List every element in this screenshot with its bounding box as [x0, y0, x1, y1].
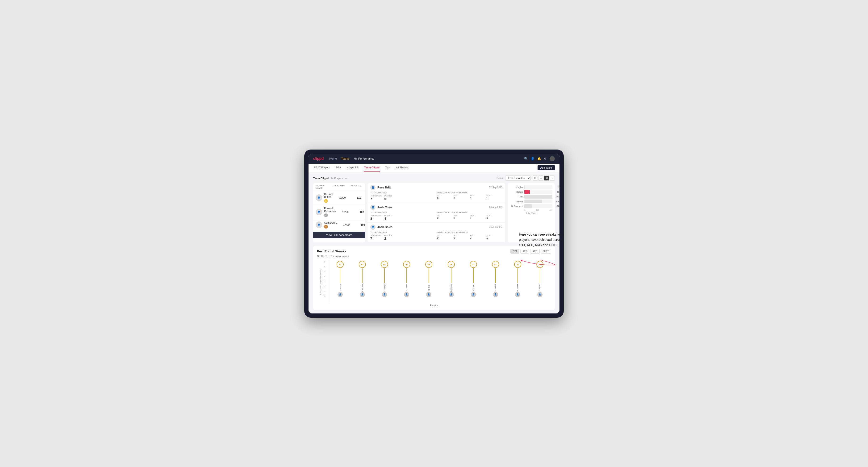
chart-title: Total Shots	[510, 212, 552, 214]
player-detail-header: 👤 Rees Britt 02 Sep 2023	[370, 185, 502, 190]
bar-fill	[524, 195, 552, 198]
person-icon[interactable]: 👤	[531, 157, 534, 160]
view-icons: ⊞ ☰ ▦ ↕	[533, 176, 555, 181]
avatar: 👤	[370, 185, 375, 190]
bar-chart: Eagles3Birdies96Pars499Bogeys311D. Bogey…	[510, 185, 552, 208]
player-name-rotated: M. Miller	[494, 283, 497, 292]
streaks-title: Best Round Streaks	[317, 250, 346, 253]
tab-hcaps[interactable]: Hcaps 1-5	[346, 164, 359, 172]
nav-bar: clippd Home Teams My Performance 🔍 👤 🔔 ⚙	[309, 154, 559, 164]
search-icon[interactable]: 🔍	[524, 157, 528, 160]
avatar: 👤	[316, 194, 322, 201]
bar-value: 96	[557, 191, 559, 193]
streaks-chart-area: Best Streak, Fairway Accuracy 7 6 5 4 3 …	[317, 261, 551, 303]
nav-logo: clippd	[313, 157, 323, 161]
bar-row: D. Bogeys +131	[510, 204, 552, 208]
bar-fill	[524, 190, 530, 194]
bar-container: 311	[524, 199, 552, 203]
three-col-layout: PLAYER NAME PB SCORE PB AVG SQ 👤 Richard…	[313, 183, 555, 243]
rounds-row: Tournament 8 Practice 4	[370, 214, 436, 220]
player-detail-row: 👤 Rees Britt 02 Sep 2023 Total Rounds To	[368, 183, 505, 203]
date-range-select[interactable]: Last 3 months	[505, 176, 531, 181]
avatar[interactable]	[550, 156, 555, 161]
player-name-rotated: C. Quick	[539, 283, 541, 292]
nav-links: Home Teams My Performance	[329, 156, 519, 161]
bar-value: 3	[558, 186, 559, 188]
practice-activities-block: Total Practice Activities OTT 0 APP	[437, 191, 502, 201]
table-row[interactable]: 👤 Cameron... 3 17/20 103	[313, 219, 365, 231]
player-name-rotated: J. Coles	[406, 283, 408, 292]
bar-row: Eagles3	[510, 185, 552, 189]
bar-value: 499	[555, 195, 559, 198]
leaderboard-header: PLAYER NAME PB SCORE PB AVG SQ	[313, 183, 365, 191]
bar-row: Pars499	[510, 195, 552, 198]
tab-all-players[interactable]: All Players	[396, 164, 409, 172]
app-stat: APP 0	[454, 195, 470, 199]
view-full-leaderboard-button[interactable]: View Full Leaderboard	[313, 231, 365, 238]
grid-view-button[interactable]: ⊞	[533, 176, 538, 181]
view-controls: Show Last 3 months ⊞ ☰ ▦ ↕	[497, 176, 555, 181]
bar-fill	[524, 185, 525, 189]
team-title: Team Clippd 14 Players ✏	[313, 176, 347, 180]
streak-buttons: OTT APP ARG PUTT	[510, 249, 551, 253]
player-name-rotated: D. Billingham	[383, 283, 385, 292]
streaks-subtitle: Off The Tee, Fairway Accuracy	[317, 255, 551, 257]
chart-view-button[interactable]: ↕	[550, 176, 555, 181]
nav-home[interactable]: Home	[329, 156, 337, 161]
bar-value: 311	[555, 200, 559, 203]
rounds-row: Tournament 7 Practice 6	[370, 195, 436, 201]
list-view-button[interactable]: ☰	[538, 176, 544, 181]
add-team-button[interactable]: Add Team	[537, 165, 555, 170]
player-name-rotated: R. Britt	[428, 283, 430, 292]
player-detail-header: 👤 Josh Coles 26 Aug 2023	[370, 224, 502, 230]
bar-label: Bogeys	[510, 200, 523, 203]
tab-team-clippd[interactable]: Team Clippd	[364, 164, 380, 172]
chart-x-labels: 0 200 400	[524, 209, 552, 211]
tournament-stat: Tournament 7	[370, 195, 382, 201]
bar-row: Birdies96	[510, 190, 552, 194]
putt-button[interactable]: PUTT	[540, 249, 551, 253]
players-detail-panel: 👤 Rees Britt 02 Sep 2023 Total Rounds To	[368, 183, 505, 243]
bar-label: Eagles	[510, 186, 523, 188]
arg-button[interactable]: ARG	[530, 249, 540, 253]
bar-fill	[524, 199, 542, 203]
player-name-rotated: B. McHarg	[361, 283, 364, 292]
table-row[interactable]: 👤 Richard Butler 1 19/20 110	[313, 191, 365, 205]
putt-stat: PUTT 1	[486, 195, 502, 199]
player-name-rotated: E. Crossman	[450, 283, 452, 292]
player-detail-row: 👤 Josh Coles 26 Aug 2023 Total Rounds To	[368, 203, 505, 223]
tab-pgat-players[interactable]: PGAT Players	[313, 164, 331, 172]
ott-stat: OTT 0	[437, 195, 453, 199]
bell-icon[interactable]: 🔔	[537, 157, 541, 160]
edit-icon[interactable]: ✏	[345, 177, 347, 180]
tab-tour[interactable]: Tour	[385, 164, 391, 172]
bar-label: Birdies	[510, 191, 523, 193]
nav-teams[interactable]: Teams	[341, 156, 349, 161]
streaks-plot: 7xE. Ebert👤6xB. McHarg👤6xD. Billingham👤5…	[329, 261, 551, 303]
avatar: 👤	[316, 209, 322, 215]
leaderboard-panel: PLAYER NAME PB SCORE PB AVG SQ 👤 Richard…	[313, 183, 365, 243]
arg-stat: ARG 0	[470, 195, 486, 199]
tab-pga[interactable]: PGA	[335, 164, 342, 172]
card-view-button[interactable]: ▦	[544, 176, 549, 181]
bar-value: 131	[555, 205, 559, 207]
settings-icon[interactable]: ⚙	[544, 157, 547, 160]
rank-badge: 3	[324, 225, 328, 228]
player-detail-row: 👤 Josh Coles 26 Aug 2023 Total Rounds To	[368, 223, 505, 243]
streaks-section: Best Round Streaks OTT APP ARG PUTT Off …	[313, 246, 555, 310]
app-button[interactable]: APP	[520, 249, 529, 253]
table-row[interactable]: 👤 Edward Crossman 2 18/20 107	[313, 205, 365, 219]
practice-activities-row: OTT 0 APP 0 ARG	[437, 195, 502, 199]
y-axis-label: Best Streak, Fairway Accuracy	[317, 261, 324, 303]
bar-container: 499	[524, 195, 552, 198]
bar-container: 3	[524, 185, 552, 189]
x-axis-label: Players	[317, 304, 551, 307]
rounds-stat-block: Total Rounds Tournament 8 Practice	[370, 211, 436, 220]
ott-button[interactable]: OTT	[510, 249, 519, 253]
avatar: 👤	[370, 224, 375, 230]
annotation-container: Here you can see streaks your players ha…	[519, 232, 566, 248]
nav-my-performance[interactable]: My Performance	[353, 156, 374, 161]
player-info: 👤 Edward Crossman 2	[316, 207, 336, 217]
rounds-stat-block: Total Rounds Tournament 7 Practice	[370, 191, 436, 201]
practice-stat: Practice 6	[384, 195, 392, 201]
